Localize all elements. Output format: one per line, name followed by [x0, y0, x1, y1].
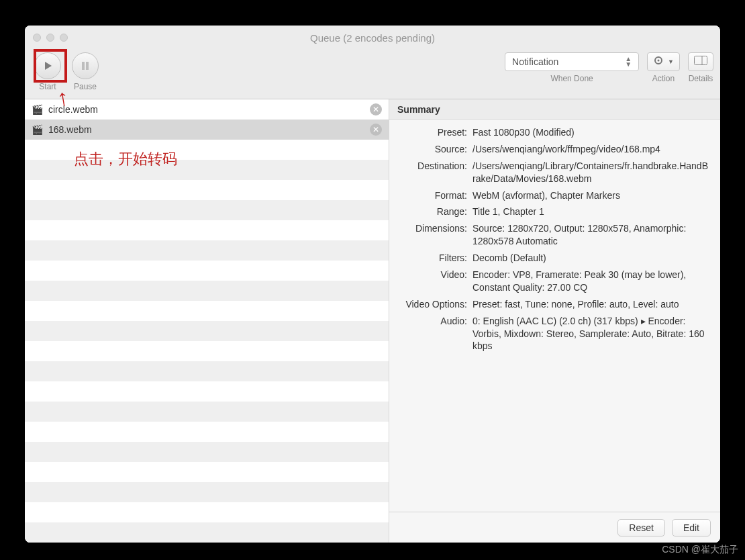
field-label: Preset:: [399, 126, 473, 139]
list-item: [25, 220, 389, 240]
list-item: [25, 240, 389, 261]
list-item: [25, 261, 389, 281]
summary-pane: Summary Preset:Fast 1080p30 (Modified) S…: [389, 99, 720, 543]
field-label: Format:: [399, 189, 473, 202]
app-window: Queue (2 encodes pending) Start Pause No…: [25, 26, 720, 543]
list-item: [25, 402, 389, 422]
pause-label: Pause: [74, 82, 97, 91]
titlebar: Queue (2 encodes pending): [25, 26, 720, 50]
list-item: [25, 522, 389, 543]
field-value: Encoder: VP8, Framerate: Peak 30 (may be…: [473, 269, 711, 294]
field-value: Decomb (Default): [473, 252, 711, 265]
start-label: Start: [39, 82, 56, 91]
video-icon: 🎬: [32, 104, 43, 115]
list-item: [25, 321, 389, 341]
queue-item-name: 168.webm: [48, 124, 364, 135]
list-item: [25, 180, 389, 200]
field-value: Source: 1280x720, Output: 1280x578, Anam…: [473, 222, 711, 248]
when-done-select[interactable]: Notification ▲▼: [505, 52, 639, 71]
svg-rect-5: [695, 56, 707, 65]
list-item: [25, 482, 389, 502]
queue-item[interactable]: 🎬 circle.webm ✕: [25, 99, 389, 120]
field-label: Filters:: [399, 252, 473, 265]
field-label: Source:: [399, 143, 473, 156]
window-title: Queue (2 encodes pending): [25, 32, 720, 44]
annotation-text: 点击，开始转码: [74, 149, 177, 169]
when-done-value: Notification: [512, 56, 558, 67]
action-label: Action: [652, 74, 675, 83]
field-label: Audio:: [399, 315, 473, 353]
field-value: Preset: fast, Tune: none, Profile: auto,…: [473, 298, 711, 311]
field-value: Fast 1080p30 (Modified): [473, 126, 711, 139]
list-item: [25, 422, 389, 442]
field-value: WebM (avformat), Chapter Markers: [473, 189, 711, 202]
list-item: [25, 442, 389, 462]
queue-item-name: circle.webm: [48, 104, 364, 115]
when-done-label: When Done: [550, 74, 593, 83]
list-item: [25, 341, 389, 361]
queue-item[interactable]: 🎬 168.webm ✕: [25, 120, 389, 140]
list-item: [25, 281, 389, 301]
summary-heading: Summary: [389, 99, 720, 120]
list-item: [25, 462, 389, 482]
pause-icon: [72, 52, 99, 79]
sidebar-icon: [694, 56, 707, 68]
details-label: Details: [689, 74, 713, 83]
reset-button[interactable]: Reset: [617, 519, 665, 536]
pause-button[interactable]: Pause: [69, 52, 101, 91]
list-item: [25, 361, 389, 381]
svg-rect-2: [86, 62, 89, 70]
field-value: /Users/wenqiang/Library/Containers/fr.ha…: [473, 160, 711, 185]
svg-point-4: [658, 60, 660, 62]
field-label: Dimensions:: [399, 222, 473, 248]
field-value: /Users/wenqiang/work/ffmpeg/video/168.mp…: [473, 143, 711, 156]
video-icon: 🎬: [32, 124, 43, 135]
summary-footer: Reset Edit: [389, 512, 720, 543]
svg-rect-1: [82, 62, 85, 70]
gear-icon: [653, 55, 664, 68]
chevron-down-icon: ▼: [668, 58, 674, 65]
details-toggle-button[interactable]: [688, 52, 713, 71]
field-label: Video Options:: [399, 298, 473, 311]
list-item: [25, 200, 389, 220]
list-item: [25, 502, 389, 522]
summary-body: Preset:Fast 1080p30 (Modified) Source:/U…: [389, 120, 720, 512]
annotation-highlight: [34, 49, 67, 83]
edit-button[interactable]: Edit: [672, 519, 711, 536]
remove-item-button[interactable]: ✕: [370, 124, 382, 136]
field-label: Range:: [399, 205, 473, 218]
field-value: 0: English (AAC LC) (2.0 ch) (317 kbps) …: [473, 315, 711, 353]
field-label: Video:: [399, 269, 473, 294]
watermark: CSDN @崔大茄子: [662, 544, 738, 556]
field-value: Title 1, Chapter 1: [473, 205, 711, 218]
list-item: [25, 301, 389, 321]
action-menu-button[interactable]: ▼: [647, 52, 680, 71]
list-item: [25, 381, 389, 402]
remove-item-button[interactable]: ✕: [370, 103, 382, 115]
chevron-updown-icon: ▲▼: [625, 56, 632, 67]
toolbar: Start Pause Notification ▲▼ When Done: [25, 50, 720, 99]
field-label: Destination:: [399, 160, 473, 185]
